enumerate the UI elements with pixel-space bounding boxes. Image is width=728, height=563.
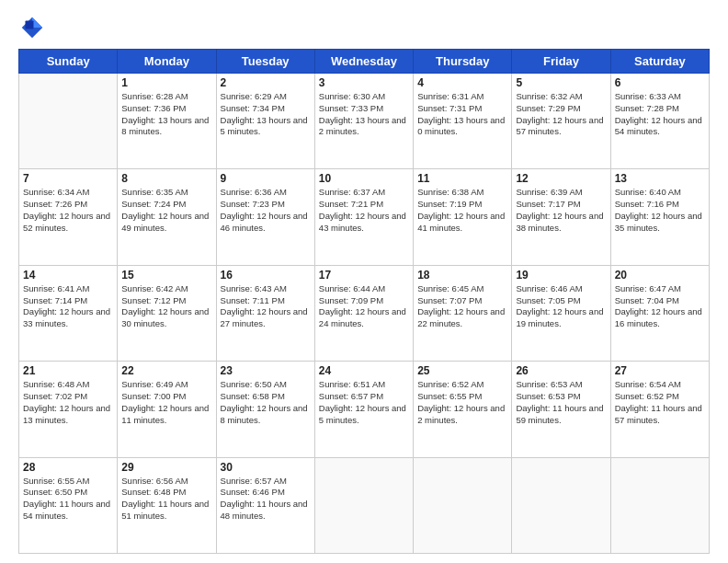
sunrise-text: Sunrise: 6:51 AM bbox=[319, 379, 409, 391]
sunrise-text: Sunrise: 6:39 AM bbox=[516, 187, 606, 199]
sunrise-text: Sunrise: 6:36 AM bbox=[221, 187, 311, 199]
col-wednesday: Wednesday bbox=[314, 50, 413, 74]
daylight-text: Daylight: 12 hours and 38 minutes. bbox=[516, 211, 606, 235]
sunrise-text: Sunrise: 6:40 AM bbox=[615, 187, 705, 199]
sunrise-text: Sunrise: 6:41 AM bbox=[23, 283, 113, 295]
sunset-text: Sunset: 7:09 PM bbox=[319, 295, 409, 307]
day-info: Sunrise: 6:44 AM Sunset: 7:09 PM Dayligh… bbox=[319, 283, 409, 330]
daylight-text: Daylight: 13 hours and 8 minutes. bbox=[121, 115, 211, 139]
sunrise-text: Sunrise: 6:42 AM bbox=[121, 283, 211, 295]
sunrise-text: Sunrise: 6:44 AM bbox=[319, 283, 409, 295]
header-row: Sunday Monday Tuesday Wednesday Thursday… bbox=[19, 50, 710, 74]
calendar-cell: 12 Sunrise: 6:39 AM Sunset: 7:17 PM Dayl… bbox=[512, 169, 610, 265]
daylight-text: Daylight: 12 hours and 8 minutes. bbox=[221, 403, 311, 427]
sunrise-text: Sunrise: 6:34 AM bbox=[23, 187, 113, 199]
day-info: Sunrise: 6:52 AM Sunset: 6:55 PM Dayligh… bbox=[417, 379, 507, 426]
sunrise-text: Sunrise: 6:45 AM bbox=[417, 283, 507, 295]
calendar-cell: 25 Sunrise: 6:52 AM Sunset: 6:55 PM Dayl… bbox=[414, 362, 512, 457]
day-number: 26 bbox=[516, 364, 606, 377]
calendar-cell: 27 Sunrise: 6:54 AM Sunset: 6:52 PM Dayl… bbox=[610, 362, 709, 457]
calendar-cell: 29 Sunrise: 6:56 AM Sunset: 6:48 PM Dayl… bbox=[118, 457, 216, 553]
calendar-cell: 1 Sunrise: 6:28 AM Sunset: 7:36 PM Dayli… bbox=[118, 74, 216, 169]
calendar-cell: 10 Sunrise: 6:37 AM Sunset: 7:21 PM Dayl… bbox=[314, 169, 413, 265]
calendar-cell: 9 Sunrise: 6:36 AM Sunset: 7:23 PM Dayli… bbox=[216, 169, 314, 265]
day-number: 1 bbox=[121, 76, 211, 89]
calendar-cell bbox=[314, 457, 413, 553]
day-number: 7 bbox=[23, 172, 113, 185]
day-info: Sunrise: 6:49 AM Sunset: 7:00 PM Dayligh… bbox=[121, 379, 211, 426]
sunrise-text: Sunrise: 6:30 AM bbox=[319, 91, 409, 103]
day-info: Sunrise: 6:53 AM Sunset: 6:53 PM Dayligh… bbox=[516, 379, 606, 426]
daylight-text: Daylight: 12 hours and 43 minutes. bbox=[319, 211, 409, 235]
day-info: Sunrise: 6:32 AM Sunset: 7:29 PM Dayligh… bbox=[516, 91, 606, 138]
day-info: Sunrise: 6:56 AM Sunset: 6:48 PM Dayligh… bbox=[121, 476, 211, 523]
daylight-text: Daylight: 11 hours and 57 minutes. bbox=[615, 403, 705, 427]
calendar-cell: 17 Sunrise: 6:44 AM Sunset: 7:09 PM Dayl… bbox=[314, 265, 413, 361]
calendar-cell: 5 Sunrise: 6:32 AM Sunset: 7:29 PM Dayli… bbox=[512, 74, 610, 169]
day-number: 22 bbox=[121, 364, 211, 377]
day-number: 5 bbox=[516, 76, 606, 89]
svg-rect-2 bbox=[26, 21, 34, 29]
day-number: 30 bbox=[221, 461, 311, 474]
calendar-cell: 2 Sunrise: 6:29 AM Sunset: 7:34 PM Dayli… bbox=[216, 74, 314, 169]
calendar-cell: 28 Sunrise: 6:55 AM Sunset: 6:50 PM Dayl… bbox=[19, 457, 118, 553]
sunrise-text: Sunrise: 6:57 AM bbox=[221, 476, 311, 488]
logo-icon bbox=[18, 14, 46, 41]
day-info: Sunrise: 6:50 AM Sunset: 6:58 PM Dayligh… bbox=[221, 379, 311, 426]
sunset-text: Sunset: 7:34 PM bbox=[221, 103, 311, 115]
daylight-text: Daylight: 12 hours and 22 minutes. bbox=[417, 306, 507, 330]
day-info: Sunrise: 6:28 AM Sunset: 7:36 PM Dayligh… bbox=[121, 91, 211, 138]
calendar-cell: 24 Sunrise: 6:51 AM Sunset: 6:57 PM Dayl… bbox=[314, 362, 413, 457]
calendar-cell: 23 Sunrise: 6:50 AM Sunset: 6:58 PM Dayl… bbox=[216, 362, 314, 457]
header bbox=[18, 14, 710, 41]
calendar-cell: 13 Sunrise: 6:40 AM Sunset: 7:16 PM Dayl… bbox=[610, 169, 709, 265]
day-info: Sunrise: 6:29 AM Sunset: 7:34 PM Dayligh… bbox=[221, 91, 311, 138]
day-number: 23 bbox=[221, 364, 311, 377]
daylight-text: Daylight: 12 hours and 52 minutes. bbox=[23, 211, 113, 235]
day-info: Sunrise: 6:36 AM Sunset: 7:23 PM Dayligh… bbox=[221, 187, 311, 234]
day-info: Sunrise: 6:42 AM Sunset: 7:12 PM Dayligh… bbox=[121, 283, 211, 330]
day-info: Sunrise: 6:38 AM Sunset: 7:19 PM Dayligh… bbox=[417, 187, 507, 234]
daylight-text: Daylight: 13 hours and 2 minutes. bbox=[319, 115, 409, 139]
daylight-text: Daylight: 12 hours and 5 minutes. bbox=[319, 403, 409, 427]
sunset-text: Sunset: 7:14 PM bbox=[23, 295, 113, 307]
sunset-text: Sunset: 7:21 PM bbox=[319, 199, 409, 211]
sunrise-text: Sunrise: 6:56 AM bbox=[121, 476, 211, 488]
calendar-week-3: 14 Sunrise: 6:41 AM Sunset: 7:14 PM Dayl… bbox=[19, 265, 710, 361]
day-number: 2 bbox=[221, 76, 311, 89]
calendar-cell: 22 Sunrise: 6:49 AM Sunset: 7:00 PM Dayl… bbox=[118, 362, 216, 457]
sunrise-text: Sunrise: 6:43 AM bbox=[221, 283, 311, 295]
daylight-text: Daylight: 12 hours and 35 minutes. bbox=[615, 211, 705, 235]
calendar-week-1: 1 Sunrise: 6:28 AM Sunset: 7:36 PM Dayli… bbox=[19, 74, 710, 169]
daylight-text: Daylight: 11 hours and 54 minutes. bbox=[23, 499, 113, 523]
day-number: 4 bbox=[417, 76, 507, 89]
day-number: 29 bbox=[121, 461, 211, 474]
day-info: Sunrise: 6:47 AM Sunset: 7:04 PM Dayligh… bbox=[615, 283, 705, 330]
daylight-text: Daylight: 13 hours and 0 minutes. bbox=[417, 115, 507, 139]
daylight-text: Daylight: 12 hours and 41 minutes. bbox=[417, 211, 507, 235]
sunrise-text: Sunrise: 6:54 AM bbox=[615, 379, 705, 391]
calendar-cell bbox=[414, 457, 512, 553]
logo bbox=[18, 14, 51, 41]
daylight-text: Daylight: 12 hours and 54 minutes. bbox=[615, 115, 705, 139]
col-saturday: Saturday bbox=[610, 50, 709, 74]
col-friday: Friday bbox=[512, 50, 610, 74]
sunset-text: Sunset: 6:52 PM bbox=[615, 391, 705, 403]
sunrise-text: Sunrise: 6:47 AM bbox=[615, 283, 705, 295]
day-number: 11 bbox=[417, 172, 507, 185]
calendar-cell: 16 Sunrise: 6:43 AM Sunset: 7:11 PM Dayl… bbox=[216, 265, 314, 361]
calendar-cell: 21 Sunrise: 6:48 AM Sunset: 7:02 PM Dayl… bbox=[19, 362, 118, 457]
daylight-text: Daylight: 12 hours and 33 minutes. bbox=[23, 306, 113, 330]
calendar-table: Sunday Monday Tuesday Wednesday Thursday… bbox=[18, 49, 710, 554]
day-info: Sunrise: 6:54 AM Sunset: 6:52 PM Dayligh… bbox=[615, 379, 705, 426]
day-number: 12 bbox=[516, 172, 606, 185]
day-info: Sunrise: 6:39 AM Sunset: 7:17 PM Dayligh… bbox=[516, 187, 606, 234]
col-tuesday: Tuesday bbox=[216, 50, 314, 74]
day-number: 21 bbox=[23, 364, 113, 377]
day-number: 18 bbox=[417, 269, 507, 282]
calendar-cell: 11 Sunrise: 6:38 AM Sunset: 7:19 PM Dayl… bbox=[414, 169, 512, 265]
col-sunday: Sunday bbox=[19, 50, 118, 74]
daylight-text: Daylight: 13 hours and 5 minutes. bbox=[221, 115, 311, 139]
day-info: Sunrise: 6:31 AM Sunset: 7:31 PM Dayligh… bbox=[417, 91, 507, 138]
sunrise-text: Sunrise: 6:46 AM bbox=[516, 283, 606, 295]
